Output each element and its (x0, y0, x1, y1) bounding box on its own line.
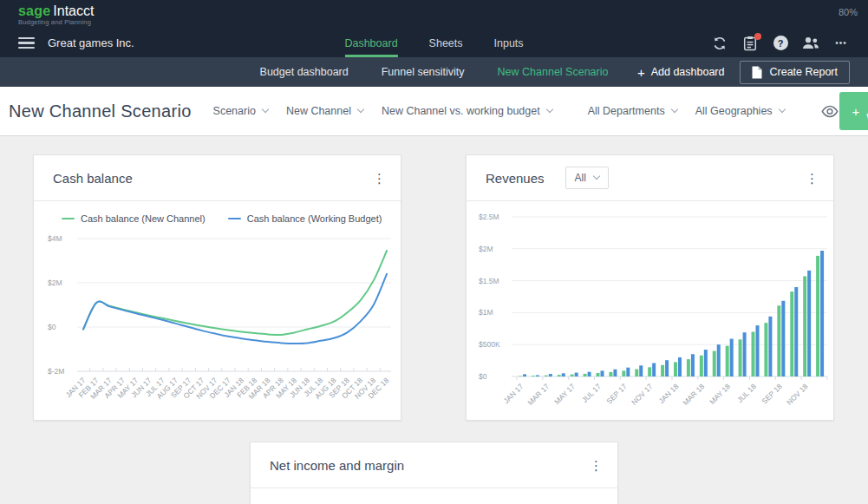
svg-text:$2.5M: $2.5M (479, 213, 499, 221)
menubar: Great games Inc. Dashboard Sheets Inputs (0, 29, 868, 57)
main-tabs: Dashboard Sheets Inputs (344, 29, 523, 57)
sync-icon[interactable] (711, 35, 728, 52)
logo-intacct: Intacct (53, 3, 94, 18)
svg-text:SEP 18: SEP 18 (760, 382, 784, 406)
svg-text:$-2M: $-2M (48, 367, 64, 376)
visibility-eye-icon[interactable] (820, 105, 839, 118)
notification-badge (754, 33, 761, 40)
dashboard-links: Budget dashboard Funnel sensitivity New … (260, 66, 609, 78)
tab-dashboard[interactable]: Dashboard (344, 29, 397, 57)
more-options-icon[interactable]: ••• (832, 35, 850, 52)
dashboard-subnav: Budget dashboard Funnel sensitivity New … (0, 57, 868, 87)
tab-inputs[interactable]: Inputs (494, 29, 524, 57)
svg-text:$1M: $1M (479, 308, 493, 317)
widget-title: Revenues (486, 171, 545, 186)
chevron-down-icon (593, 173, 600, 180)
kebab-menu-icon[interactable]: ⋮ (373, 172, 386, 185)
svg-text:MAY 17: MAY 17 (552, 382, 577, 406)
add-widget-button[interactable]: + Add Widget (839, 92, 868, 130)
app-root: sageIntacct Budgeting and Planning 80% G… (0, 0, 868, 504)
page-title: New Channel Scenario (9, 101, 192, 121)
svg-text:$500K: $500K (479, 340, 500, 349)
legend-dash-green (62, 218, 75, 219)
tab-sheets[interactable]: Sheets (429, 29, 463, 57)
svg-text:$4M: $4M (48, 234, 62, 243)
widget-title: Cash balance (53, 171, 133, 186)
svg-text:MAY 18: MAY 18 (708, 382, 732, 406)
chevron-down-icon (778, 106, 785, 113)
logo-sage: sage (18, 3, 50, 18)
legend-dash-blue (228, 218, 241, 219)
svg-text:NOV 17: NOV 17 (630, 382, 655, 407)
chevron-down-icon (262, 106, 269, 113)
report-document-icon (752, 66, 762, 79)
dashboard-link-new-channel[interactable]: New Channel Scenario (498, 66, 609, 78)
users-icon[interactable] (802, 35, 819, 52)
svg-text:$2M: $2M (479, 245, 493, 253)
svg-text:$0: $0 (479, 372, 487, 381)
browser-zoom-level: 80% (839, 3, 858, 29)
svg-text:$1.5M: $1.5M (479, 277, 499, 285)
widget-revenues: Revenues All ⋮ $2.5M$2M$1.5M$1M$500K$0JA… (466, 154, 834, 421)
add-dashboard-button[interactable]: + Add dashboard (637, 65, 725, 80)
svg-text:MAR 18: MAR 18 (681, 382, 706, 407)
filter-comparison[interactable]: New Channel vs. working budget (382, 105, 552, 117)
revenues-bar-chart[interactable]: $2.5M$2M$1.5M$1M$500K$0JAN 17MAR 17MAY 1… (467, 206, 833, 419)
filter-scenario[interactable]: Scenario (213, 105, 268, 117)
company-name: Great games Inc. (48, 36, 134, 49)
tasks-clipboard-icon[interactable] (741, 35, 759, 52)
help-icon[interactable]: ? (772, 35, 789, 52)
widget-title: Net income and margin (270, 458, 404, 473)
svg-text:JUL 17: JUL 17 (580, 382, 603, 404)
hamburger-menu-icon[interactable] (18, 35, 35, 52)
create-report-button[interactable]: Create Report (740, 61, 850, 84)
sage-intacct-logo: sageIntacct Budgeting and Planning (18, 3, 94, 29)
plus-icon: + (852, 104, 860, 119)
filter-geographies[interactable]: All Geographies (695, 105, 785, 117)
topbar: sageIntacct Budgeting and Planning 80% (0, 0, 868, 29)
svg-text:MAR 17: MAR 17 (525, 382, 551, 407)
svg-text:JAN 17: JAN 17 (502, 382, 525, 405)
logo-subtitle: Budgeting and Planning (18, 18, 94, 26)
svg-text:SEP 17: SEP 17 (604, 382, 629, 406)
filter-new-channel[interactable]: New Channel (286, 105, 363, 117)
kebab-menu-icon[interactable]: ⋮ (806, 172, 819, 185)
widget-net-income: Net income and margin ⋮ (250, 442, 618, 504)
filter-departments[interactable]: All Departments (588, 105, 677, 117)
menubar-icons: ? ••• (711, 35, 850, 52)
cash-balance-line-chart[interactable]: $4M$2M$0$-2MJAN 17FEB 17MAR 17APR 17MAY … (34, 226, 401, 415)
svg-text:JUL 18: JUL 18 (735, 382, 758, 404)
svg-text:$0: $0 (48, 323, 56, 331)
kebab-menu-icon[interactable]: ⋮ (590, 459, 603, 472)
plus-icon: + (637, 65, 645, 80)
svg-text:$2M: $2M (48, 278, 62, 287)
svg-text:JAN 18: JAN 18 (657, 382, 681, 405)
svg-text:NOV 18: NOV 18 (785, 382, 810, 407)
chevron-down-icon (670, 106, 677, 113)
chart-legend: Cash balance (New Channel) Cash balance … (34, 201, 401, 226)
revenues-filter-dropdown[interactable]: All (565, 167, 609, 189)
page-header: New Channel Scenario Scenario New Channe… (0, 87, 868, 136)
dashboard-link-budget[interactable]: Budget dashboard (260, 66, 349, 78)
dashboard-canvas: Cash balance ⋮ Cash balance (New Channel… (0, 136, 868, 504)
chevron-down-icon (545, 106, 552, 113)
chevron-down-icon (357, 106, 364, 113)
dashboard-link-funnel[interactable]: Funnel sensitivity (382, 66, 465, 78)
widget-cash-balance: Cash balance ⋮ Cash balance (New Channel… (33, 154, 401, 421)
